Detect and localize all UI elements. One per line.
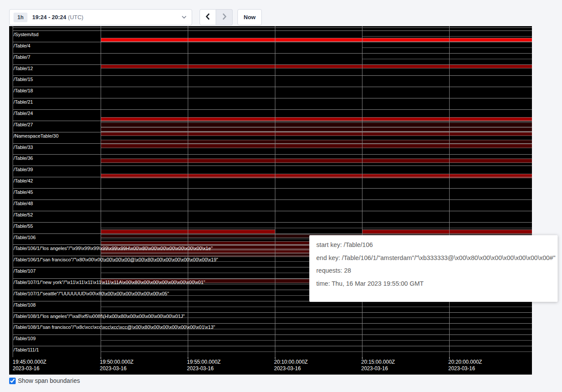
span-boundary-line [101,340,532,341]
row-label: /Table/109 [14,336,36,341]
row-label: /Table/52 [14,212,33,218]
row-label: /Table/111/1 [14,347,39,353]
span-boundary-line [13,188,532,189]
time-boundary-line [362,26,362,357]
row-label: /Table/21 [14,99,33,105]
span-boundary-line [13,177,532,177]
tooltip-end-key: end key: /Table/106/1/"amsterdam"/"\xb33… [316,254,551,261]
heat-band[interactable] [101,144,532,148]
row-label: /Table/18 [14,88,33,94]
span-boundary-line [13,53,532,54]
row-label: /Table/106/1/"los angeles"/"\x99\x99\x99… [14,246,213,251]
tooltip-time: time: Thu, 16 Mar 2023 19:55:00 GMT [316,280,551,287]
axis-label: 19:55:00.000Z2023-03-16 [187,359,220,372]
heat-band[interactable] [101,122,532,127]
row-label: /Table/106 [14,235,36,240]
span-boundary-line [13,132,532,132]
time-range-select[interactable]: 1h 19:24 - 20:24 (UTC) [9,9,192,25]
row-label: /Table/4 [14,43,30,49]
now-button[interactable]: Now [237,9,262,25]
row-label: /Table/24 [14,111,33,116]
row-label: /Table/108/1/"san francisco"/"\x8c\xcc\x… [14,324,215,330]
row-label: /Table/45 [14,189,33,195]
row-label: /Table/108 [14,302,36,308]
span-boundary-line [13,42,532,42]
row-label: /Table/107/1/"new york"/"\x11\x11\x11\x1… [14,280,205,285]
span-boundary-line [101,307,532,307]
row-label: /Table/108/1/"los angeles"/"\xa8\xf5\u00… [14,314,185,319]
chevron-down-icon [182,16,186,19]
time-nav-group [200,9,233,25]
span-boundary-line [13,323,532,324]
toolbar: 1h 19:24 - 20:24 (UTC) Now [9,9,262,25]
row-label: /Table/15 [14,77,33,82]
show-span-boundaries-checkbox[interactable] [9,378,16,384]
row-label: /Table/33 [14,145,33,150]
span-boundary-line [13,27,532,28]
axis-label: 19:45:00.000Z2023-03-16 [13,359,46,372]
span-boundary-line [13,143,532,144]
span-boundary-line [362,36,532,37]
time-range-text: 19:24 - 20:24 [32,14,66,20]
heat-band[interactable] [101,174,532,178]
heat-band[interactable] [101,64,532,68]
time-boundary-line [13,26,13,357]
key-visualizer-heatmap[interactable]: /System/tsd/Table/4/Table/7/Table/12/Tab… [9,26,532,375]
span-boundary-line [13,166,532,166]
row-label: /Table/12 [14,66,33,71]
row-label: /Table/42 [14,178,33,184]
footer: Show span boundaries [9,377,80,384]
span-boundary-line [13,30,532,31]
row-label: /Table/106/1/"san francisco"/"\x80\x00\x… [14,257,218,263]
span-boundary-line [13,346,532,346]
row-label: /Table/107/1/"seattle"/"UUUUUUD\x00\x80\… [14,291,169,297]
row-label: /Table/39 [14,167,33,172]
row-label: /Table/55 [14,223,33,229]
span-boundary-line [13,87,532,87]
axis-label: 20:15:00.000Z2023-03-16 [361,359,395,372]
next-time-button[interactable] [216,9,233,25]
span-boundary-line [13,109,532,110]
tooltip-start-key: start key: /Table/106 [316,241,551,248]
span-boundary-line [13,98,532,98]
heatmap-tooltip: start key: /Table/106 end key: /Table/10… [309,235,558,302]
time-boundary-line [275,26,275,357]
row-label: /Table/107 [14,268,36,274]
time-boundary-line [449,26,450,357]
tooltip-requests: requests: 28 [316,267,551,274]
span-boundary-line [101,351,532,352]
chevron-right-icon [222,13,227,21]
span-boundary-line [13,233,532,234]
row-label: /Table/27 [14,122,33,128]
span-boundary-line [13,75,532,76]
span-boundary-line [13,154,532,155]
time-boundary-line [188,26,188,357]
heat-band[interactable] [101,38,532,42]
axis-label: 20:10:00.000Z2023-03-16 [274,359,308,372]
span-boundary-line [13,64,532,65]
heat-band[interactable] [101,159,532,163]
row-label: /Table/48 [14,201,33,206]
time-axis: 19:45:00.000Z2023-03-1619:50:00.000Z2023… [9,357,532,375]
axis-label: 20:20:00.000Z2023-03-16 [448,359,482,372]
show-span-boundaries-label: Show span boundaries [18,377,80,384]
axis-label: 19:50:00.000Z2023-03-16 [100,359,133,372]
span-boundary-line [362,47,532,48]
time-range-utc: (UTC) [68,14,83,20]
span-boundary-line [13,211,532,211]
span-boundary-line [362,59,532,59]
row-label: /Table/7 [14,54,30,60]
span-boundary-line [13,199,532,200]
span-boundary-line [13,121,532,121]
row-label: /System/tsd [14,32,38,37]
chevron-left-icon [206,13,210,21]
span-boundary-line [13,312,532,313]
row-label: /NamespaceTable/30 [14,133,58,139]
previous-time-button[interactable] [200,9,216,25]
heat-band[interactable] [101,127,532,132]
duration-badge: 1h [14,13,27,22]
row-label: /Table/36 [14,155,33,161]
span-boundary-line [13,335,532,335]
time-boundary-line [101,26,101,357]
span-boundary-line [13,222,532,223]
